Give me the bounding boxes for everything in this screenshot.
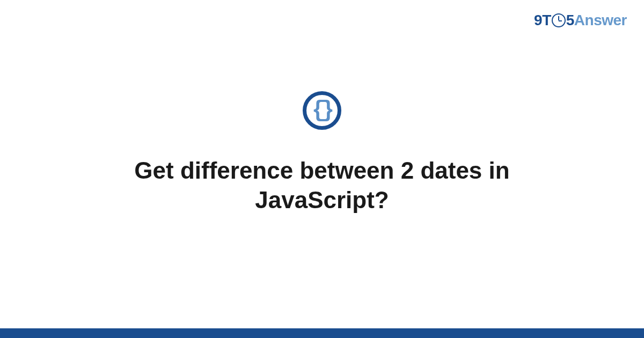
question-title: Get difference between 2 dates in JavaSc… xyxy=(80,156,564,215)
main-content: {} Get difference between 2 dates in Jav… xyxy=(0,0,644,338)
braces-glyph: {} xyxy=(312,99,330,122)
footer-bar xyxy=(0,328,644,338)
code-braces-icon: {} xyxy=(303,91,341,130)
